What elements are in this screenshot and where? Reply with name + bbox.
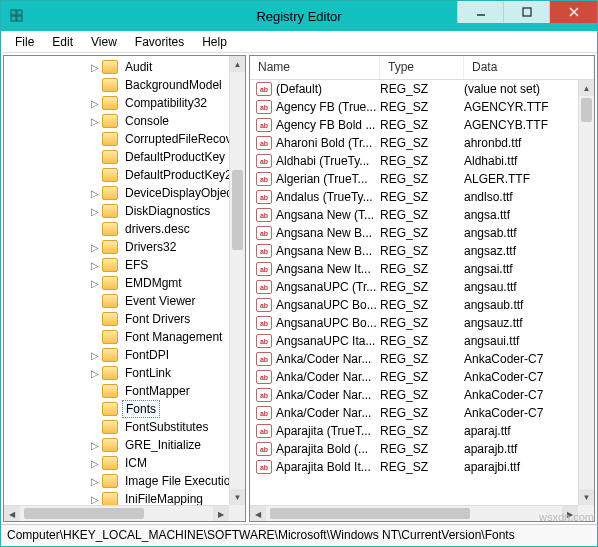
tree-item-label: EMDMgmt: [122, 275, 185, 291]
tree-item[interactable]: ▷Drivers32: [4, 238, 229, 256]
value-name: Aparajita Bold It...: [276, 460, 380, 474]
folder-icon: [102, 132, 118, 146]
expand-icon[interactable]: ▷: [88, 368, 102, 379]
menu-edit[interactable]: Edit: [44, 33, 81, 51]
value-data: aparajbi.ttf: [464, 460, 578, 474]
tree-item[interactable]: FontSubstitutes: [4, 418, 229, 436]
tree-item[interactable]: DefaultProductKey: [4, 148, 229, 166]
maximize-button[interactable]: [503, 1, 549, 23]
tree-item[interactable]: ▷DeviceDisplayObjec: [4, 184, 229, 202]
expand-icon[interactable]: ▷: [88, 98, 102, 109]
value-name: Anka/Coder Nar...: [276, 388, 380, 402]
tree-item[interactable]: ▷Image File Execution: [4, 472, 229, 490]
column-header-name[interactable]: Name: [250, 56, 380, 79]
string-value-icon: ab: [256, 226, 272, 240]
scroll-left-icon[interactable]: ◀: [4, 506, 20, 522]
list-row[interactable]: abAparajita Bold (...REG_SZaparajb.ttf: [250, 440, 578, 458]
list-row[interactable]: abAgency FB (True...REG_SZAGENCYR.TTF: [250, 98, 578, 116]
list-row[interactable]: abAharoni Bold (Tr...REG_SZahronbd.ttf: [250, 134, 578, 152]
list-horizontal-scrollbar[interactable]: ◀ ▶: [250, 505, 578, 521]
expand-icon[interactable]: ▷: [88, 206, 102, 217]
scrollbar-thumb[interactable]: [232, 170, 243, 250]
string-value-icon: ab: [256, 316, 272, 330]
tree-item-label: DiskDiagnostics: [122, 203, 213, 219]
tree-item[interactable]: FontMapper: [4, 382, 229, 400]
tree-horizontal-scrollbar[interactable]: ◀ ▶: [4, 505, 229, 521]
scrollbar-thumb[interactable]: [24, 508, 144, 519]
expand-icon[interactable]: ▷: [88, 188, 102, 199]
scroll-down-icon[interactable]: ▼: [579, 489, 594, 505]
close-button[interactable]: [549, 1, 597, 23]
tree-item[interactable]: Font Drivers: [4, 310, 229, 328]
tree-item[interactable]: DefaultProductKey2: [4, 166, 229, 184]
tree-item[interactable]: BackgroundModel: [4, 76, 229, 94]
string-value-icon: ab: [256, 406, 272, 420]
menu-favorites[interactable]: Favorites: [127, 33, 192, 51]
scroll-right-icon[interactable]: ▶: [562, 506, 578, 522]
tree-vertical-scrollbar[interactable]: ▲ ▼: [229, 56, 245, 505]
tree-item[interactable]: ▷IniFileMapping: [4, 490, 229, 505]
scrollbar-thumb[interactable]: [270, 508, 470, 519]
scroll-left-icon[interactable]: ◀: [250, 506, 266, 522]
tree-item[interactable]: CorruptedFileRecov: [4, 130, 229, 148]
scroll-up-icon[interactable]: ▲: [579, 80, 594, 96]
list-row[interactable]: abAngsana New B...REG_SZangsaz.ttf: [250, 242, 578, 260]
scroll-up-icon[interactable]: ▲: [230, 56, 245, 72]
minimize-button[interactable]: [457, 1, 503, 23]
list-row[interactable]: abAngsana New B...REG_SZangsab.ttf: [250, 224, 578, 242]
expand-icon[interactable]: ▷: [88, 116, 102, 127]
menu-help[interactable]: Help: [194, 33, 235, 51]
tree-item[interactable]: ▷DiskDiagnostics: [4, 202, 229, 220]
list-row[interactable]: abAnka/Coder Nar...REG_SZAnkaCoder-C7: [250, 386, 578, 404]
list-row[interactable]: abAnka/Coder Nar...REG_SZAnkaCoder-C7: [250, 368, 578, 386]
scrollbar-thumb[interactable]: [581, 98, 592, 122]
expand-icon[interactable]: ▷: [88, 278, 102, 289]
list-row[interactable]: abAldhabi (TrueTy...REG_SZAldhabi.ttf: [250, 152, 578, 170]
list-row[interactable]: abAparajita (TrueT...REG_SZaparaj.ttf: [250, 422, 578, 440]
tree-item[interactable]: ▷FontLink: [4, 364, 229, 382]
expand-icon[interactable]: ▷: [88, 458, 102, 469]
list-row[interactable]: abAngsana New It...REG_SZangsai.ttf: [250, 260, 578, 278]
tree-item[interactable]: ▷Compatibility32: [4, 94, 229, 112]
list-row[interactable]: abAgency FB Bold ...REG_SZAGENCYB.TTF: [250, 116, 578, 134]
expand-icon[interactable]: ▷: [88, 476, 102, 487]
list-row[interactable]: abAndalus (TrueTy...REG_SZandlso.ttf: [250, 188, 578, 206]
column-header-data[interactable]: Data: [464, 56, 594, 79]
tree-item[interactable]: ▷ICM: [4, 454, 229, 472]
tree-item[interactable]: Fonts: [4, 400, 229, 418]
list-row[interactable]: abAnka/Coder Nar...REG_SZAnkaCoder-C7: [250, 350, 578, 368]
tree-item[interactable]: Event Viewer: [4, 292, 229, 310]
tree-item[interactable]: ▷GRE_Initialize: [4, 436, 229, 454]
expand-icon[interactable]: ▷: [88, 494, 102, 505]
expand-icon[interactable]: ▷: [88, 350, 102, 361]
list-row[interactable]: ab(Default)REG_SZ(value not set): [250, 80, 578, 98]
tree-item[interactable]: Font Management: [4, 328, 229, 346]
tree-item[interactable]: ▷EFS: [4, 256, 229, 274]
tree-item[interactable]: ▷Console: [4, 112, 229, 130]
expand-icon[interactable]: ▷: [88, 242, 102, 253]
expand-icon[interactable]: ▷: [88, 62, 102, 73]
value-type: REG_SZ: [380, 208, 464, 222]
list-row[interactable]: abAngsanaUPC Bo...REG_SZangsaub.ttf: [250, 296, 578, 314]
list-row[interactable]: abAngsanaUPC Ita...REG_SZangsaui.ttf: [250, 332, 578, 350]
list-row[interactable]: abAngsana New (T...REG_SZangsa.ttf: [250, 206, 578, 224]
column-header-type[interactable]: Type: [380, 56, 464, 79]
folder-icon: [102, 294, 118, 308]
tree-item[interactable]: ▷FontDPI: [4, 346, 229, 364]
tree-item[interactable]: ▷EMDMgmt: [4, 274, 229, 292]
tree-item[interactable]: drivers.desc: [4, 220, 229, 238]
scroll-down-icon[interactable]: ▼: [230, 489, 245, 505]
menu-view[interactable]: View: [83, 33, 125, 51]
list-row[interactable]: abAparajita Bold It...REG_SZaparajbi.ttf: [250, 458, 578, 476]
value-data: AnkaCoder-C7: [464, 352, 578, 366]
list-row[interactable]: abAnka/Coder Nar...REG_SZAnkaCoder-C7: [250, 404, 578, 422]
menu-file[interactable]: File: [7, 33, 42, 51]
expand-icon[interactable]: ▷: [88, 260, 102, 271]
list-row[interactable]: abAngsanaUPC (Tr...REG_SZangsau.ttf: [250, 278, 578, 296]
scroll-right-icon[interactable]: ▶: [213, 506, 229, 522]
tree-item[interactable]: ▷Audit: [4, 58, 229, 76]
list-row[interactable]: abAlgerian (TrueT...REG_SZALGER.TTF: [250, 170, 578, 188]
list-row[interactable]: abAngsanaUPC Bo...REG_SZangsauz.ttf: [250, 314, 578, 332]
expand-icon[interactable]: ▷: [88, 440, 102, 451]
list-vertical-scrollbar[interactable]: ▲ ▼: [578, 80, 594, 505]
